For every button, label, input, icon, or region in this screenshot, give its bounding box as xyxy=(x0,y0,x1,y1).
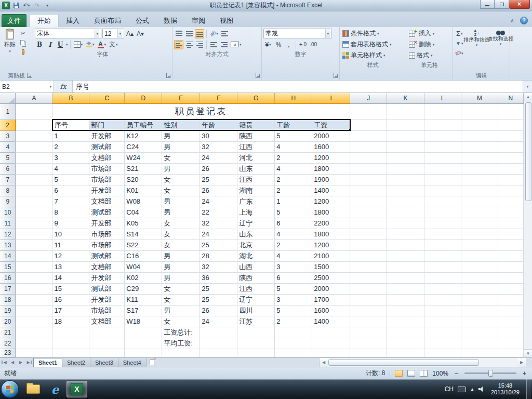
font-size-combo[interactable]: 12▾ xyxy=(102,29,124,38)
next-sheet-button[interactable]: ▶ xyxy=(17,358,25,367)
cell[interactable]: 4 xyxy=(275,141,312,152)
cell[interactable] xyxy=(461,130,498,141)
row-header-7[interactable]: 7 xyxy=(0,174,16,185)
cell[interactable] xyxy=(312,338,350,349)
column-header-K[interactable]: K xyxy=(387,93,424,103)
cell[interactable]: 26 xyxy=(200,163,237,174)
cell[interactable] xyxy=(350,327,387,338)
cell[interactable] xyxy=(350,196,387,207)
cell[interactable] xyxy=(350,283,387,294)
cell[interactable]: 26 xyxy=(200,185,237,196)
cell[interactable] xyxy=(16,261,52,272)
cell[interactable] xyxy=(16,207,52,218)
tab-insert[interactable]: 插入 xyxy=(59,14,87,27)
cell[interactable] xyxy=(461,196,498,207)
cell[interactable]: 24 xyxy=(200,229,237,240)
cell[interactable]: 开发部 xyxy=(89,272,125,283)
cell[interactable]: 女 xyxy=(162,294,200,305)
row-header-5[interactable]: 5 xyxy=(0,152,16,163)
cell[interactable]: 26 xyxy=(200,305,237,316)
cell[interactable] xyxy=(387,174,424,185)
cell[interactable] xyxy=(200,327,237,338)
cell[interactable]: 上海 xyxy=(237,207,275,218)
cell[interactable]: 1500 xyxy=(312,261,350,272)
cell[interactable]: 1400 xyxy=(312,185,350,196)
cell[interactable] xyxy=(498,283,523,294)
cell[interactable]: 江西 xyxy=(237,283,275,294)
comma-format-button[interactable]: , xyxy=(284,40,294,49)
cell[interactable] xyxy=(52,327,89,338)
cell[interactable] xyxy=(200,349,237,357)
row-header-11[interactable]: 11 xyxy=(0,218,16,229)
horizontal-scrollbar[interactable]: ◀ ▶ xyxy=(319,358,526,367)
cell[interactable] xyxy=(387,218,424,229)
cell[interactable]: 5 xyxy=(52,174,89,185)
cell[interactable]: 辽宁 xyxy=(237,218,275,229)
format-cells-button[interactable]: 格式▾ xyxy=(408,50,451,61)
cell[interactable]: 2 xyxy=(275,240,312,250)
cell[interactable]: 湖北 xyxy=(237,250,275,261)
cell[interactable] xyxy=(387,185,424,196)
cell[interactable] xyxy=(461,218,498,229)
cell[interactable]: 开发部 xyxy=(89,185,125,196)
vertical-scrollbar[interactable]: ▲ ▼ xyxy=(524,93,532,357)
cell[interactable] xyxy=(52,338,89,349)
cell[interactable]: 17 xyxy=(52,305,89,316)
percent-format-button[interactable]: % xyxy=(274,40,283,49)
cell[interactable]: 7 xyxy=(52,196,89,207)
currency-format-button[interactable]: ¥▾ xyxy=(263,40,273,49)
tab-data[interactable]: 数据 xyxy=(156,14,184,27)
font-name-combo[interactable]: 宋体▾ xyxy=(35,29,101,38)
cell[interactable] xyxy=(387,130,424,141)
cell[interactable] xyxy=(461,272,498,283)
cell[interactable] xyxy=(498,207,523,218)
cell[interactable] xyxy=(498,338,523,349)
cell[interactable] xyxy=(424,174,461,185)
footer-label-cell[interactable]: 工资总计: xyxy=(162,327,200,338)
show-hidden-icons-button[interactable]: ▲ xyxy=(470,387,474,392)
cell[interactable]: C16 xyxy=(125,250,162,261)
cell[interactable]: 男 xyxy=(162,261,200,272)
find-select-button[interactable]: 查找和选择 ▾ xyxy=(489,28,512,71)
cell[interactable]: 文档部 xyxy=(89,316,125,327)
cell[interactable] xyxy=(89,349,125,357)
row-header-15[interactable]: 15 xyxy=(0,261,16,272)
fill-button[interactable]: ▼▾ xyxy=(455,38,464,48)
cell[interactable]: 4 xyxy=(275,163,312,174)
cell[interactable]: 30 xyxy=(200,130,237,141)
cell[interactable]: W08 xyxy=(125,196,162,207)
cell[interactable] xyxy=(275,338,312,349)
increase-indent-button[interactable] xyxy=(219,40,229,49)
cell[interactable] xyxy=(16,103,52,119)
cell[interactable]: K05 xyxy=(125,218,162,229)
normal-view-button[interactable] xyxy=(395,370,403,377)
cell[interactable] xyxy=(498,229,523,240)
sheet-title-cell[interactable]: 职员登记表 xyxy=(52,103,350,119)
cell[interactable] xyxy=(16,294,52,305)
cell[interactable]: 1800 xyxy=(312,207,350,218)
cell[interactable] xyxy=(387,283,424,294)
cell[interactable] xyxy=(461,327,498,338)
zoom-in-button[interactable]: + xyxy=(521,370,528,377)
cell[interactable]: 陕西 xyxy=(237,272,275,283)
cell[interactable] xyxy=(16,196,52,207)
cell[interactable]: 女 xyxy=(162,240,200,250)
column-header-E[interactable]: E xyxy=(162,93,200,103)
cell[interactable]: C29 xyxy=(125,283,162,294)
cell[interactable] xyxy=(16,250,52,261)
cell[interactable] xyxy=(424,272,461,283)
cell[interactable] xyxy=(461,174,498,185)
cell[interactable] xyxy=(387,229,424,240)
cell[interactable]: 广东 xyxy=(237,196,275,207)
cell[interactable] xyxy=(498,327,523,338)
cell[interactable]: K02 xyxy=(125,272,162,283)
cell[interactable] xyxy=(125,349,162,357)
cell[interactable] xyxy=(461,261,498,272)
cell[interactable] xyxy=(424,349,461,357)
cell[interactable] xyxy=(461,349,498,357)
cell[interactable] xyxy=(89,338,125,349)
cell[interactable]: 10 xyxy=(52,229,89,240)
cell[interactable]: 文档部 xyxy=(89,261,125,272)
cell[interactable] xyxy=(350,261,387,272)
cell[interactable]: 女 xyxy=(162,229,200,240)
